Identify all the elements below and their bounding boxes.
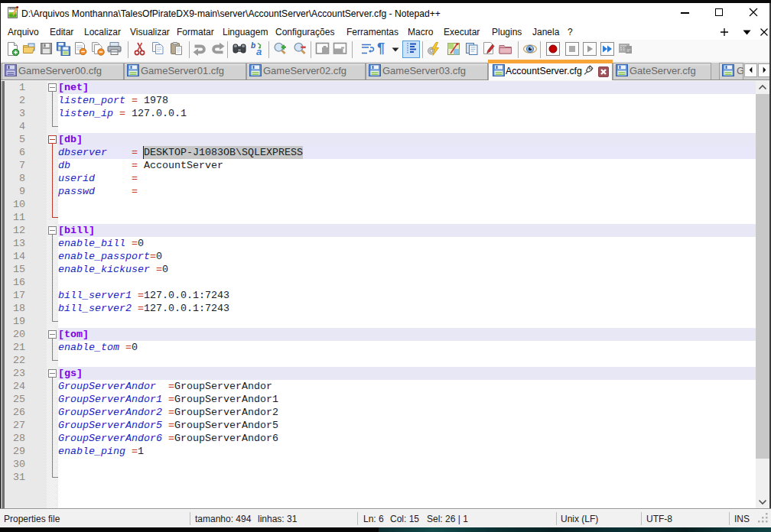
svg-text:b: b xyxy=(251,41,255,50)
